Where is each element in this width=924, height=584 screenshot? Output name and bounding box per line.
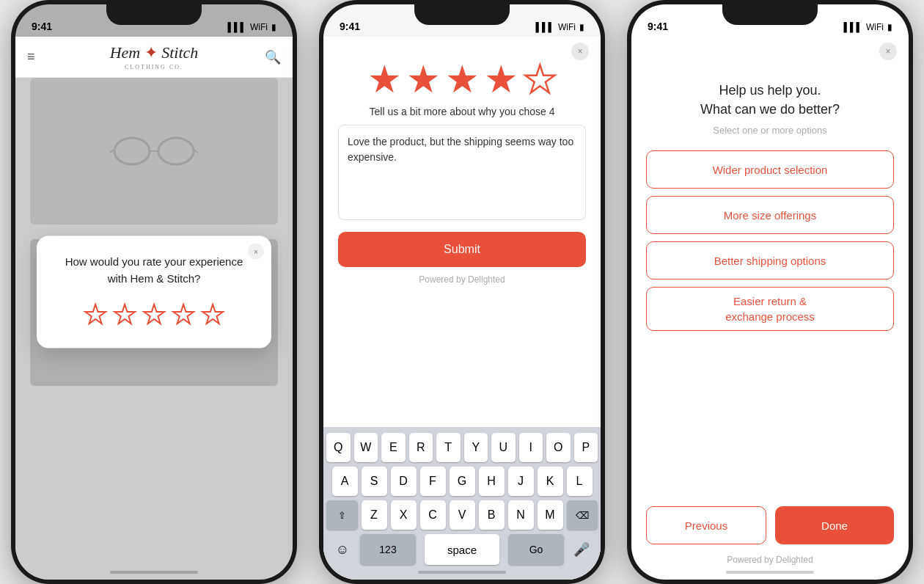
svg-point-1 xyxy=(158,138,194,164)
status-time-3: 9:41 xyxy=(648,21,668,32)
keyboard-row-3: ⇧ Z X C V B N M ⌫ xyxy=(326,500,598,530)
key-v[interactable]: V xyxy=(450,500,475,530)
app-logo: Hem ✦ Stitch CLOTHING CO. xyxy=(110,43,199,70)
key-f[interactable]: F xyxy=(420,467,446,496)
star-1[interactable]: ★ xyxy=(84,302,107,328)
key-e[interactable]: E xyxy=(381,433,406,462)
p2-star-1[interactable]: ★ xyxy=(367,60,402,98)
status-icons-2: ▌▌▌ WiFi ▮ xyxy=(535,22,584,32)
option-better-shipping[interactable]: Better shipping options xyxy=(646,241,894,280)
phone3-close-button[interactable]: × xyxy=(879,43,897,60)
key-j[interactable]: J xyxy=(508,467,534,496)
key-w[interactable]: W xyxy=(354,433,378,462)
key-space[interactable]: space xyxy=(425,534,499,565)
key-r[interactable]: R xyxy=(409,433,433,462)
key-p[interactable]: P xyxy=(574,433,598,462)
key-c[interactable]: C xyxy=(420,500,446,530)
key-x[interactable]: X xyxy=(391,500,417,530)
status-icons-1: ▌▌▌ WiFi ▮ xyxy=(227,22,276,32)
key-go[interactable]: Go xyxy=(508,534,564,565)
keyboard-row-1: Q W E R T Y U I O P xyxy=(326,433,598,462)
star-rating-row[interactable]: ★ ★ ★ ★ ★ xyxy=(54,302,254,328)
option-wider-product[interactable]: Wider product selection xyxy=(646,150,894,189)
phone2-subtitle: Tell us a bit more about why you chose 4 xyxy=(338,106,586,117)
key-n[interactable]: N xyxy=(508,500,534,530)
key-z[interactable]: Z xyxy=(362,500,387,530)
key-d[interactable]: D xyxy=(391,467,417,496)
phone3-title: Help us help you. What can we do better? xyxy=(646,81,894,119)
done-button[interactable]: Done xyxy=(775,506,894,544)
svg-point-0 xyxy=(114,138,150,164)
battery-icon: ▮ xyxy=(271,22,276,32)
phone3-nav-buttons: Previous Done xyxy=(646,506,894,544)
phone3-survey-content: Help us help you. What can we do better?… xyxy=(631,37,909,580)
key-l[interactable]: L xyxy=(567,467,593,496)
hamburger-icon[interactable]: ≡ xyxy=(27,49,35,65)
notch-3 xyxy=(722,4,818,25)
modal-close-button[interactable]: × xyxy=(248,244,264,260)
app-header: ≡ Hem ✦ Stitch CLOTHING CO. 🔍 xyxy=(15,37,293,78)
home-indicator-2 xyxy=(418,571,506,574)
home-indicator-3 xyxy=(726,571,814,574)
phone2-submit-button[interactable]: Submit xyxy=(338,232,586,267)
star-5[interactable]: ★ xyxy=(201,302,224,328)
wifi-icon-3: WiFi xyxy=(866,22,884,32)
status-time-1: 9:41 xyxy=(32,21,52,32)
key-o[interactable]: O xyxy=(546,433,571,462)
phone2-star-row[interactable]: ★ ★ ★ ★ ★ xyxy=(338,48,586,106)
phone-3: 9:41 ▌▌▌ WiFi ▮ × Help us help you. What… xyxy=(627,0,913,584)
keyboard-row-2: A S D F G H J K L xyxy=(326,467,598,496)
key-backspace[interactable]: ⌫ xyxy=(567,500,598,530)
modal-question: How would you rate your experience with … xyxy=(54,254,254,287)
key-i[interactable]: I xyxy=(519,433,543,462)
key-t[interactable]: T xyxy=(436,433,461,462)
p2-star-4[interactable]: ★ xyxy=(484,60,518,98)
key-g[interactable]: G xyxy=(450,467,475,496)
phone-1: 9:41 ▌▌▌ WiFi ▮ ≡ Hem ✦ Stitch CLOTHING … xyxy=(11,0,297,584)
signal-icon: ▌▌▌ xyxy=(227,22,246,32)
status-time-2: 9:41 xyxy=(340,21,360,32)
phone3-footer: Previous Done Powered by Delighted xyxy=(646,506,894,565)
p2-star-5[interactable]: ★ xyxy=(523,60,557,98)
option-easier-return[interactable]: Easier return &exchange process xyxy=(646,287,894,331)
key-123[interactable]: 123 xyxy=(360,534,416,565)
option-more-size[interactable]: More size offerings xyxy=(646,196,894,234)
key-a[interactable]: A xyxy=(332,467,358,496)
notch-1 xyxy=(106,4,202,25)
sunglasses-svg xyxy=(110,129,198,173)
key-mic[interactable]: 🎤 xyxy=(568,534,595,565)
search-icon[interactable]: 🔍 xyxy=(265,49,281,65)
status-icons-3: ▌▌▌ WiFi ▮ xyxy=(843,22,892,32)
key-u[interactable]: U xyxy=(491,433,516,462)
battery-icon-2: ▮ xyxy=(579,22,584,32)
notch-2 xyxy=(414,4,510,25)
phone3-powered-label: Powered by Delighted xyxy=(646,555,894,565)
signal-icon-2: ▌▌▌ xyxy=(535,22,554,32)
key-q[interactable]: Q xyxy=(326,433,351,462)
keyboard-row-4: ☺ 123 space Go 🎤 xyxy=(326,534,598,565)
phone2-feedback-input[interactable] xyxy=(338,125,586,220)
keyboard: Q W E R T Y U I O P A S D F G H J K xyxy=(323,427,601,580)
wifi-icon: WiFi xyxy=(250,22,268,32)
key-emoji[interactable]: ☺ xyxy=(329,534,356,565)
p2-star-3[interactable]: ★ xyxy=(445,60,480,98)
key-s[interactable]: S xyxy=(362,467,387,496)
key-h[interactable]: H xyxy=(479,467,505,496)
p2-star-2[interactable]: ★ xyxy=(406,60,441,98)
phone3-select-hint: Select one or more options xyxy=(646,125,894,136)
previous-button[interactable]: Previous xyxy=(646,506,766,544)
phone2-powered-label: Powered by Delighted xyxy=(338,274,586,285)
star-4[interactable]: ★ xyxy=(172,302,195,328)
key-shift[interactable]: ⇧ xyxy=(326,500,358,530)
rating-modal: × How would you rate your experience wit… xyxy=(37,236,271,348)
key-b[interactable]: B xyxy=(479,500,505,530)
battery-icon-3: ▮ xyxy=(887,22,892,32)
phone2-close-button[interactable]: × xyxy=(571,43,589,60)
key-m[interactable]: M xyxy=(538,500,563,530)
star-3[interactable]: ★ xyxy=(142,302,166,328)
home-indicator-1 xyxy=(110,571,198,574)
star-2[interactable]: ★ xyxy=(113,302,136,328)
phone-2: 9:41 ▌▌▌ WiFi ▮ × ★ ★ ★ ★ ★ Tell us a bi… xyxy=(319,0,605,584)
key-y[interactable]: Y xyxy=(464,433,488,462)
key-k[interactable]: K xyxy=(538,467,563,496)
